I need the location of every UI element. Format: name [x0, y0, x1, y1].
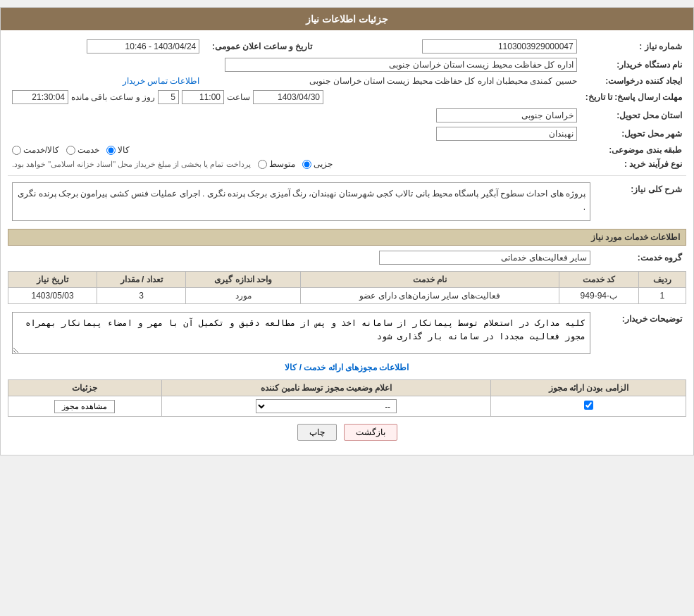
buyer-notes-label: توضیحات خریدار:: [595, 310, 686, 358]
col-date: تاریخ نیاز: [8, 272, 97, 288]
requester-label: ایجاد کننده درخواست:: [581, 74, 686, 88]
contact-link[interactable]: اطلاعات تماس خریدار: [123, 76, 200, 86]
category-label: طبقه بندی موضوعی:: [581, 143, 686, 157]
requester-value: حسین کمندی محیطبان اداره کل حفاظت محیط ز…: [204, 74, 581, 88]
permit-details-cell: مشاهده مجوز: [8, 396, 162, 417]
province-value: خراسان جنوبی: [8, 106, 581, 125]
cell-row: 1: [638, 288, 686, 304]
deadline-date-display: 1403/04/30: [253, 90, 323, 104]
permit-checkbox-cell: [491, 396, 686, 417]
buyer-org-label: نام دستگاه خریدار:: [581, 56, 686, 74]
permit-col-required: الزامی بودن ارائه مجوز: [491, 380, 686, 396]
permits-section-title: اطلاعات مجوزهای ارائه خدمت / کالا: [8, 358, 686, 377]
permit-col-status: اعلام وضعیت مجوز توسط نامین کننده: [161, 380, 491, 396]
col-quantity: تعداد / مقدار: [97, 272, 186, 288]
row-process: نوع فرآیند خرید : پرداخت تمام یا بخشی از…: [8, 157, 686, 171]
process-jozi[interactable]: جزیی: [302, 159, 333, 169]
service-group-value: سایر فعالیت‌های خدماتی: [8, 249, 595, 267]
city-display: نهبندان: [436, 127, 577, 141]
row-description: شرح کلی نیاز: پروژه های احداث سطوح آبگیر…: [8, 180, 686, 223]
row-deadline: مهلت ارسال پاسخ: تا تاریخ: 21:30:04 ساعت…: [8, 88, 686, 106]
page-wrapper: جزئیات اطلاعات نیاز شماره نیاز : 1103003…: [0, 7, 694, 455]
deadline-time-label: ساعت: [227, 92, 250, 102]
separator1: [8, 175, 686, 176]
permit-view-button[interactable]: مشاهده مجوز: [54, 400, 115, 413]
cell-quantity: 3: [97, 288, 186, 304]
need-number-value: 1103003929000047: [316, 37, 581, 56]
permit-col-details: جزئیات: [8, 380, 162, 396]
buyer-org-display: اداره کل حفاظت محیط زیست استان خراسان جن…: [225, 58, 577, 72]
requester-display: حسین کمندی محیطبان اداره کل حفاظت محیط ز…: [309, 76, 576, 86]
page-header: جزئیات اطلاعات نیاز: [1, 8, 693, 30]
row-need-number: شماره نیاز : 1103003929000047 تاریخ و سا…: [8, 37, 686, 56]
col-code: کد خدمت: [559, 272, 638, 288]
row-category: طبقه بندی موضوعی: کالا/خدمت خدمت: [8, 143, 686, 157]
content-area: شماره نیاز : 1103003929000047 تاریخ و سا…: [1, 30, 693, 455]
buyer-notes-value: [8, 310, 595, 358]
category-khidmat[interactable]: خدمت: [66, 145, 99, 155]
cell-date: 1403/05/03: [8, 288, 97, 304]
date-display: 1403/04/24 - 10:46: [87, 39, 199, 54]
contact-link-cell: اطلاعات تماس خریدار: [8, 74, 204, 88]
services-table: ردیف کد خدمت نام خدمت واحد اندازه گیری ت…: [8, 271, 686, 304]
date-label: تاریخ و ساعت اعلان عمومی:: [204, 37, 316, 56]
permits-header: الزامی بودن ارائه مجوز اعلام وضعیت مجوز …: [8, 380, 686, 396]
cell-name: فعالیت‌های سایر سازمان‌های دارای عضو: [301, 288, 559, 304]
description-label: شرح کلی نیاز:: [595, 180, 686, 223]
province-label: استان محل تحویل:: [581, 106, 686, 125]
description-value: پروژه های احداث سطوح آبگیر پاسگاه محیط ب…: [8, 180, 595, 223]
cell-unit: مورد: [186, 288, 301, 304]
deadline-row: 21:30:04 ساعت باقی مانده روز و 5 11:00 س…: [8, 88, 581, 106]
row-buyer-org: نام دستگاه خریدار: اداره کل حفاظت محیط ز…: [8, 56, 686, 74]
permit-status-select[interactable]: -- دارم ندارم: [256, 399, 397, 413]
row-province: استان محل تحویل: خراسان جنوبی: [8, 106, 686, 125]
services-section-title: اطلاعات خدمات مورد نیاز: [8, 229, 686, 246]
main-info-table: شماره نیاز : 1103003929000047 تاریخ و سا…: [8, 37, 686, 171]
buyer-notes-textarea[interactable]: [12, 312, 590, 354]
back-button[interactable]: بازگشت: [344, 424, 397, 441]
row-requester: ایجاد کننده درخواست: حسین کمندی محیطبان …: [8, 74, 686, 88]
col-unit: واحد اندازه گیری: [186, 272, 301, 288]
permits-table: الزامی بودن ارائه مجوز اعلام وضعیت مجوز …: [8, 379, 686, 417]
footer-buttons: چاپ بازگشت: [8, 417, 686, 448]
buyer-notes-table: توضیحات خریدار:: [8, 310, 686, 358]
row-city: شهر محل تحویل: نهبندان: [8, 125, 686, 143]
permit-status-cell: -- دارم ندارم: [161, 396, 491, 417]
city-value: نهبندان: [8, 125, 581, 143]
process-note: پرداخت تمام یا بخشی از مبلغ خریداز محل "…: [12, 160, 251, 169]
description-table: شرح کلی نیاز: پروژه های احداث سطوح آبگیر…: [8, 180, 686, 223]
deadline-label: مهلت ارسال پاسخ: تا تاریخ:: [581, 88, 686, 106]
deadline-days-display: 5: [158, 90, 179, 104]
service-group-table: گروه خدمت: سایر فعالیت‌های خدماتی: [8, 249, 686, 267]
category-kala-khidmat[interactable]: کالا/خدمت: [12, 145, 59, 155]
date-value: 1403/04/24 - 10:46: [8, 37, 204, 56]
province-display: خراسان جنوبی: [436, 108, 577, 122]
process-mutawaset[interactable]: متوسط: [258, 159, 295, 169]
col-name: نام خدمت: [301, 272, 559, 288]
deadline-days-label: روز و: [136, 92, 155, 102]
need-number-label: شماره نیاز :: [581, 37, 686, 56]
deadline-remaining-display: 21:30:04: [12, 90, 68, 104]
cell-code: ب-94-949: [559, 288, 638, 304]
print-button[interactable]: چاپ: [297, 424, 337, 441]
permit-checkbox[interactable]: [584, 401, 593, 410]
service-group-display: سایر فعالیت‌های خدماتی: [379, 251, 590, 265]
city-label: شهر محل تحویل:: [581, 125, 686, 143]
page-title: جزئیات اطلاعات نیاز: [306, 13, 388, 25]
deadline-time-display: 11:00: [182, 90, 224, 104]
deadline-remaining-label: ساعت باقی مانده: [71, 92, 133, 102]
col-row: ردیف: [638, 272, 686, 288]
table-row: 1ب-94-949فعالیت‌های سایر سازمان‌های دارا…: [8, 288, 686, 304]
buyer-org-value: اداره کل حفاظت محیط زیست استان خراسان جن…: [8, 56, 581, 74]
services-table-header: ردیف کد خدمت نام خدمت واحد اندازه گیری ت…: [8, 272, 686, 288]
row-buyer-notes: توضیحات خریدار:: [8, 310, 686, 358]
permit-row: -- دارم ندارم مشاهده مجوز: [8, 396, 686, 417]
category-kala[interactable]: کالا: [106, 145, 130, 155]
service-group-label: گروه خدمت:: [595, 249, 686, 267]
process-label: نوع فرآیند خرید :: [581, 157, 686, 171]
category-options: کالا/خدمت خدمت کالا: [8, 143, 581, 157]
description-text: پروژه های احداث سطوح آبگیر پاسگاه محیط ب…: [12, 182, 590, 221]
process-options: پرداخت تمام یا بخشی از مبلغ خریداز محل "…: [8, 157, 581, 171]
need-number-display: 1103003929000047: [422, 39, 577, 54]
row-service-group: گروه خدمت: سایر فعالیت‌های خدماتی: [8, 249, 686, 267]
